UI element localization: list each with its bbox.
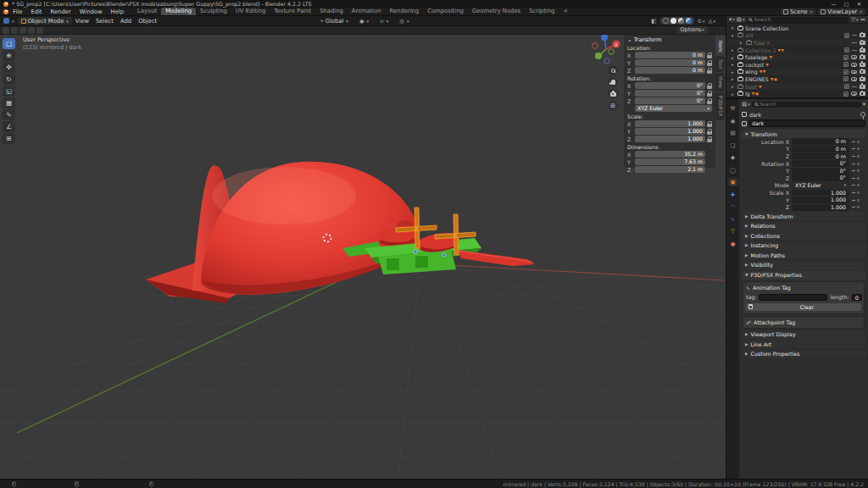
- keyframe-icon[interactable]: [852, 156, 855, 157]
- value-field[interactable]: 1.000: [792, 204, 849, 211]
- render-visibility-icon[interactable]: [860, 63, 865, 67]
- tool-transform[interactable]: ▦: [3, 97, 15, 108]
- dimensions-row[interactable]: X 35.2 m: [627, 151, 712, 158]
- viewport-3d[interactable]: User Perspective (123) mirrored | dark ▢…: [0, 26, 726, 479]
- tool-measure[interactable]: ∠: [3, 121, 15, 132]
- scale-row[interactable]: X 1.000: [627, 120, 712, 127]
- value-field[interactable]: 1.000: [792, 197, 849, 203]
- decorator-dot-icon[interactable]: [857, 177, 860, 180]
- disclosure-icon[interactable]: ▸: [732, 69, 736, 75]
- workspace-tab[interactable]: Compositing: [423, 8, 468, 15]
- outliner-label[interactable]: Scene Collection: [745, 25, 788, 31]
- decorator-dot-icon[interactable]: [857, 191, 860, 194]
- outliner-row-cockpit[interactable]: ▸ cockpit ▼: [726, 61, 868, 69]
- render-visibility-icon[interactable]: [860, 69, 865, 74]
- pin-icon[interactable]: [860, 112, 865, 117]
- value-field[interactable]: 0°: [635, 82, 705, 88]
- render-visibility-icon[interactable]: [860, 85, 865, 89]
- close-button[interactable]: ✕: [854, 1, 865, 7]
- rotation-row[interactable]: Z 0°: [627, 97, 712, 104]
- tool-annotate[interactable]: ✎: [3, 109, 15, 120]
- zoom-button[interactable]: [608, 65, 618, 75]
- lock-icon[interactable]: [707, 53, 712, 58]
- workspace-tab[interactable]: Animation: [348, 8, 386, 15]
- tool-rotate[interactable]: ↻: [3, 74, 15, 85]
- keyframe-icon[interactable]: [852, 170, 855, 171]
- tab-object[interactable]: ▣: [727, 178, 738, 186]
- xray-toggle[interactable]: ◧: [651, 18, 656, 25]
- value-field[interactable]: XYZ Euler: [792, 182, 849, 189]
- decorator-dot-icon[interactable]: [857, 199, 860, 202]
- lock-icon[interactable]: [707, 91, 712, 97]
- panel-custom-properties[interactable]: ▶Custom Properties: [742, 350, 865, 358]
- value-field[interactable]: 0 m: [635, 52, 705, 58]
- blender-menu-icon[interactable]: [3, 9, 8, 14]
- properties-editor-icon[interactable]: ▤: [742, 101, 750, 108]
- lock-icon[interactable]: [707, 121, 712, 127]
- outliner-filter-icon[interactable]: ▾: [729, 16, 735, 23]
- topbar-menu[interactable]: Window: [75, 8, 107, 15]
- mode-dropdown[interactable]: Object Mode: [18, 17, 72, 25]
- dimensions-row[interactable]: Y 7.63 m: [627, 158, 712, 165]
- workspace-tab[interactable]: Sculpting: [196, 8, 231, 15]
- keyframe-icon[interactable]: [852, 141, 855, 142]
- tool-select-box[interactable]: ▢: [3, 38, 15, 49]
- outliner-label[interactable]: cockpit: [745, 62, 764, 68]
- disclosure-icon[interactable]: ▸: [732, 76, 736, 81]
- clear-button[interactable]: Clear: [746, 303, 861, 311]
- keyframe-icon[interactable]: [852, 178, 855, 179]
- panel-viewport-display[interactable]: ▶Viewport Display: [742, 330, 865, 339]
- decorator-dot-icon[interactable]: [857, 169, 860, 172]
- exclude-checkbox[interactable]: [844, 84, 849, 89]
- panel-relations[interactable]: ▶Relations: [742, 222, 865, 230]
- render-visibility-icon[interactable]: [860, 55, 865, 59]
- attachpoint-tag-header[interactable]: ☍ Attachpoint Tag: [746, 319, 861, 326]
- hide-eye-icon[interactable]: [851, 92, 857, 96]
- lock-icon[interactable]: [707, 129, 712, 135]
- scale-row[interactable]: Y 1.000: [627, 128, 712, 135]
- perspective-toggle-button[interactable]: ⊞: [608, 101, 618, 111]
- keyframe-icon[interactable]: [852, 192, 855, 193]
- tab-constraints[interactable]: ∿: [727, 215, 738, 224]
- npanel-tab[interactable]: Tool: [715, 56, 725, 72]
- workspace-tab[interactable]: Geometry Nodes: [468, 8, 525, 15]
- tool-cursor[interactable]: ⊕: [3, 50, 15, 61]
- topbar-menu[interactable]: File: [8, 8, 26, 15]
- value-field[interactable]: 1.000: [635, 136, 705, 141]
- transform-orientation-dropdown[interactable]: ⌖ Global: [317, 18, 352, 25]
- editor-type-dropdown[interactable]: [0, 18, 18, 24]
- tab-view-layer[interactable]: ❏: [727, 141, 738, 150]
- location-row[interactable]: X 0 m: [627, 52, 712, 58]
- disclosure-icon[interactable]: ▸: [732, 92, 736, 97]
- pivot-point-dropdown[interactable]: ◉: [356, 18, 372, 25]
- transform-row[interactable]: Z 0°: [742, 175, 865, 182]
- transform-row[interactable]: Y 0°: [742, 167, 865, 175]
- scene-selector[interactable]: Scene ✕: [781, 8, 815, 15]
- workspace-tab[interactable]: Scripting: [525, 8, 559, 15]
- hide-eye-icon[interactable]: [852, 35, 857, 36]
- npanel-tab[interactable]: P3D/FSX: [715, 92, 725, 119]
- exclude-checkbox[interactable]: [843, 62, 849, 67]
- value-field[interactable]: 1.000: [635, 120, 705, 126]
- pan-button[interactable]: [608, 77, 618, 87]
- outliner-row-fuse[interactable]: ▸ fuse ▽: [726, 39, 868, 47]
- value-field[interactable]: 0 m: [635, 67, 705, 73]
- outliner-root-row[interactable]: ▾ Scene Collection: [726, 25, 868, 32]
- viewport-menu[interactable]: Select: [92, 18, 117, 25]
- minimize-button[interactable]: —: [828, 1, 839, 7]
- hide-eye-icon[interactable]: [851, 77, 857, 81]
- keyframe-icon[interactable]: [852, 148, 855, 149]
- value-field[interactable]: 0°: [635, 97, 705, 103]
- scene-unlink-icon[interactable]: ✕: [810, 9, 814, 14]
- outliner-label[interactable]: fuselage: [745, 54, 767, 60]
- viewport-menu[interactable]: View: [72, 18, 92, 25]
- tool-settings-icon[interactable]: [11, 27, 18, 34]
- value-field[interactable]: 1.000: [792, 190, 849, 197]
- outliner-row-old[interactable]: ▾ old: [726, 32, 868, 40]
- topbar-menu[interactable]: Help: [107, 8, 129, 15]
- hide-eye-icon[interactable]: [852, 42, 857, 43]
- outliner-label[interactable]: lg: [745, 91, 750, 97]
- hide-eye-icon[interactable]: [851, 70, 857, 75]
- transform-row[interactable]: Y 0 m: [742, 146, 865, 153]
- viewport-menu[interactable]: Object: [135, 18, 160, 25]
